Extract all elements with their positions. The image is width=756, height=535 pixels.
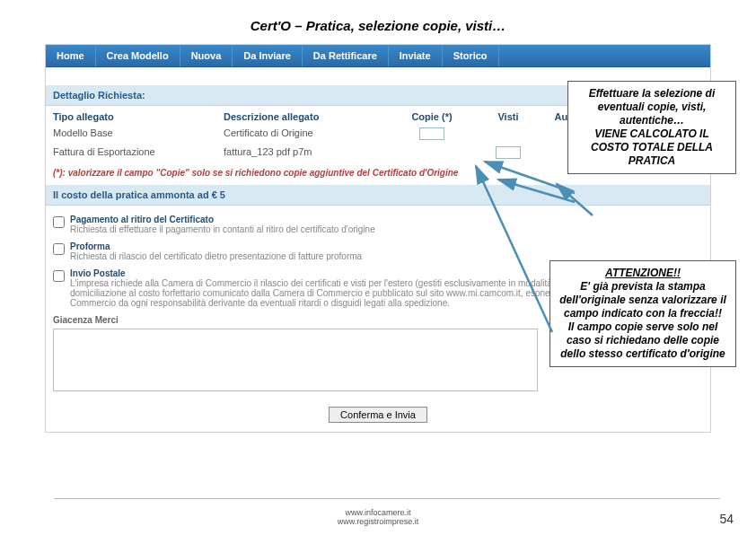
table-row: Fattura di Esportazione: [46, 144, 216, 162]
callout-selezione: Effettuare la selezione di eventuali cop…: [567, 81, 736, 174]
table-row: fattura_123 pdf p7m: [216, 144, 387, 162]
slide-title-rest: Pratica, selezione copie, visti…: [306, 18, 506, 33]
menu-home[interactable]: Home: [46, 45, 96, 66]
col-copie: Copie (*): [387, 106, 477, 125]
desc-proforma: Richiesta di rilascio del certificato di…: [70, 251, 362, 261]
slide-title-prefix: Cert'O –: [251, 18, 306, 33]
option-pagamento: Pagamento al ritiro del Certificato Rich…: [46, 211, 710, 238]
col-tipo: Tipo allegato: [46, 106, 216, 125]
visti-input-1[interactable]: [496, 146, 521, 159]
footer-link-1: www.infocamere.it: [0, 508, 756, 517]
page-number: 54: [719, 512, 734, 526]
menu-crea-modello[interactable]: Crea Modello: [96, 45, 180, 66]
visti-cell-0: [477, 125, 540, 144]
footer: www.infocamere.it www.registroimprese.it: [0, 508, 756, 526]
menu-nuova[interactable]: Nuova: [180, 45, 233, 66]
section-costo: Il costo della pratica ammonta ad € 5: [46, 185, 710, 206]
checkbox-pagamento[interactable]: [53, 216, 65, 228]
slide-title: Cert'O – Pratica, selezione copie, visti…: [0, 0, 756, 44]
menu-storico[interactable]: Storico: [443, 45, 499, 66]
checkbox-invio[interactable]: [53, 270, 65, 282]
callout-attenzione-body: E' già prevista la stampa dell'originale…: [558, 280, 728, 361]
label-proforma: Proforma: [70, 241, 110, 251]
col-visti: Visti: [477, 106, 540, 125]
label-invio: Invio Postale: [70, 268, 126, 278]
callout-attenzione: ATTENZIONE!! E' già prevista la stampa d…: [549, 260, 736, 367]
submit-button[interactable]: Conferma e Invia: [329, 407, 427, 423]
giacenza-textarea[interactable]: [53, 329, 538, 391]
divider: [54, 498, 720, 499]
desc-pagamento: Richiesta di effettuare il pagamento in …: [70, 224, 375, 234]
copie-cell-1: [387, 144, 477, 162]
checkbox-proforma[interactable]: [53, 243, 65, 255]
menu-da-rettificare[interactable]: Da Rettificare: [303, 45, 389, 66]
footer-link-2: www.registroimprese.it: [0, 517, 756, 526]
menu-da-inviare[interactable]: Da Inviare: [233, 45, 303, 66]
label-pagamento: Pagamento al ritiro del Certificato: [70, 215, 214, 224]
callout-selezione-text: Effettuare la selezione di eventuali cop…: [576, 87, 728, 168]
menubar: Home Crea Modello Nuova Da Inviare Da Re…: [46, 45, 710, 67]
copie-input-0[interactable]: [419, 127, 444, 140]
table-row: Certificato di Origine: [216, 125, 387, 144]
callout-attenzione-head: ATTENZIONE!!: [558, 267, 728, 280]
col-descr: Descrizione allegato: [216, 106, 387, 125]
table-row: Modello Base: [46, 125, 216, 144]
submit-row: Conferma e Invia: [46, 402, 710, 432]
menu-inviate[interactable]: Inviate: [389, 45, 443, 66]
